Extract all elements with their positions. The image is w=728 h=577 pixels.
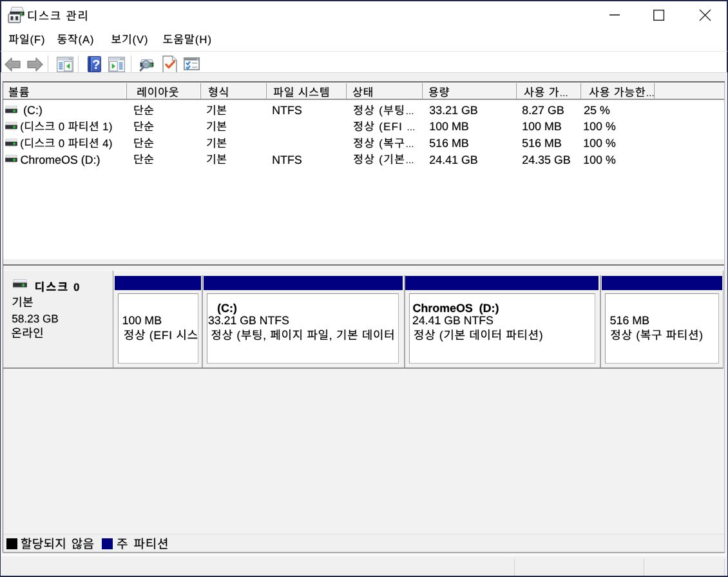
svg-text:?: ? (92, 57, 100, 72)
